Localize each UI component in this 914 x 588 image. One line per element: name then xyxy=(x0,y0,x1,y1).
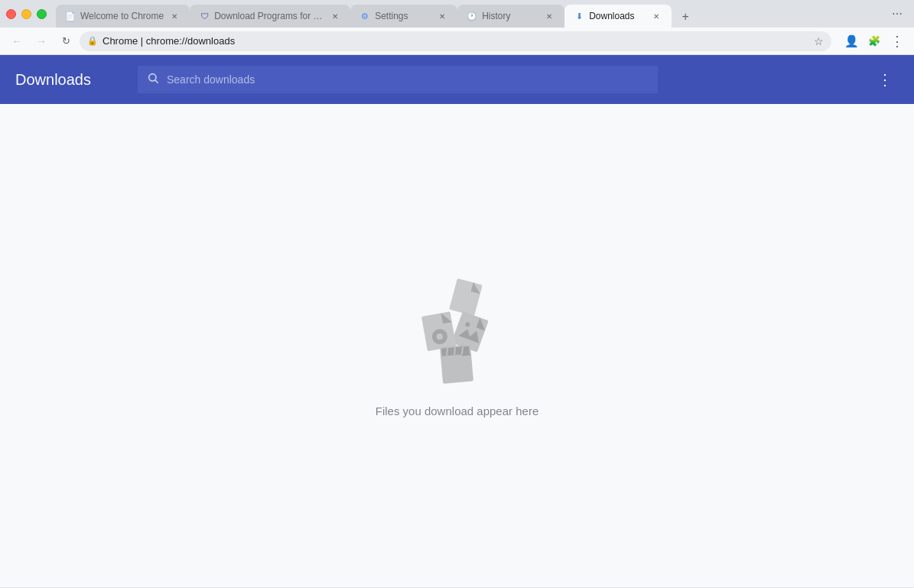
empty-state-illustration xyxy=(408,275,507,389)
close-button[interactable] xyxy=(6,9,16,19)
back-button[interactable]: ← xyxy=(6,31,28,52)
omnibox-url: Chrome | chrome://downloads xyxy=(102,35,809,47)
search-box xyxy=(138,66,658,93)
tab-close-download[interactable]: ✕ xyxy=(329,10,341,22)
tabs-bar: 📄 Welcome to Chrome ✕ 🛡 Download Program… xyxy=(56,0,886,28)
tab-history[interactable]: 🕐 History ✕ xyxy=(457,5,564,28)
tab-download-programs[interactable]: 🛡 Download Programs for Ma… ✕ xyxy=(190,5,350,28)
tab-favicon-downloads: ⬇ xyxy=(574,11,584,21)
downloads-more-menu-button[interactable]: ⋮ xyxy=(871,66,899,93)
search-downloads-input[interactable] xyxy=(167,73,649,86)
tab-close-settings[interactable]: ✕ xyxy=(436,10,448,22)
tab-settings[interactable]: ⚙ Settings ✕ xyxy=(350,5,457,28)
bookmark-star-icon[interactable]: ☆ xyxy=(814,35,824,47)
tab-downloads[interactable]: ⬇ Downloads ✕ xyxy=(564,5,672,28)
empty-state: Files you download appear here xyxy=(0,104,914,587)
omnibox-bar: ← → ↻ 🔒 Chrome | chrome://downloads ☆ 👤 … xyxy=(0,28,914,55)
downloads-page-title: Downloads xyxy=(15,71,122,89)
reload-button[interactable]: ↻ xyxy=(55,31,76,52)
tab-close-history[interactable]: ✕ xyxy=(543,10,555,22)
tab-label-download: Download Programs for Ma… xyxy=(214,11,324,21)
tab-favicon-history: 🕐 xyxy=(467,11,477,21)
forward-button[interactable]: → xyxy=(31,31,52,52)
chrome-menu-button[interactable]: ⋯ xyxy=(886,3,908,24)
tab-label-welcome: Welcome to Chrome xyxy=(80,11,164,21)
tab-favicon-welcome: 📄 xyxy=(65,11,76,21)
search-icon xyxy=(147,72,159,87)
svg-rect-2 xyxy=(449,278,483,316)
new-tab-button[interactable]: + xyxy=(675,6,696,28)
toolbar-right: 👤 🧩 ⋮ xyxy=(841,31,908,52)
downloads-header: Downloads ⋮ xyxy=(0,55,914,104)
omnibox[interactable]: 🔒 Chrome | chrome://downloads ☆ xyxy=(80,31,831,51)
main-menu-button[interactable]: ⋮ xyxy=(886,31,908,52)
svg-point-0 xyxy=(149,74,156,81)
tab-close-downloads[interactable]: ✕ xyxy=(650,10,662,22)
tab-favicon-download: 🛡 xyxy=(199,11,210,21)
title-bar: 📄 Welcome to Chrome ✕ 🛡 Download Program… xyxy=(0,0,914,28)
tab-label-settings: Settings xyxy=(375,11,431,21)
svg-line-1 xyxy=(155,80,158,83)
maximize-button[interactable] xyxy=(37,9,47,19)
tab-welcome[interactable]: 📄 Welcome to Chrome ✕ xyxy=(56,5,190,28)
extensions-button[interactable]: 🧩 xyxy=(864,31,885,52)
omnibox-lock-icon: 🔒 xyxy=(87,36,98,46)
user-profile-button[interactable]: 👤 xyxy=(841,31,862,52)
empty-state-message: Files you download appear here xyxy=(376,404,538,417)
tab-label-history: History xyxy=(482,11,538,21)
minimize-button[interactable] xyxy=(21,9,31,19)
tab-favicon-settings: ⚙ xyxy=(359,11,370,21)
tab-label-downloads: Downloads xyxy=(589,11,646,21)
downloads-page: Downloads ⋮ xyxy=(0,55,914,587)
window-controls xyxy=(6,9,47,19)
tab-close-welcome[interactable]: ✕ xyxy=(168,10,181,22)
window-right-controls: ⋯ xyxy=(886,3,908,24)
